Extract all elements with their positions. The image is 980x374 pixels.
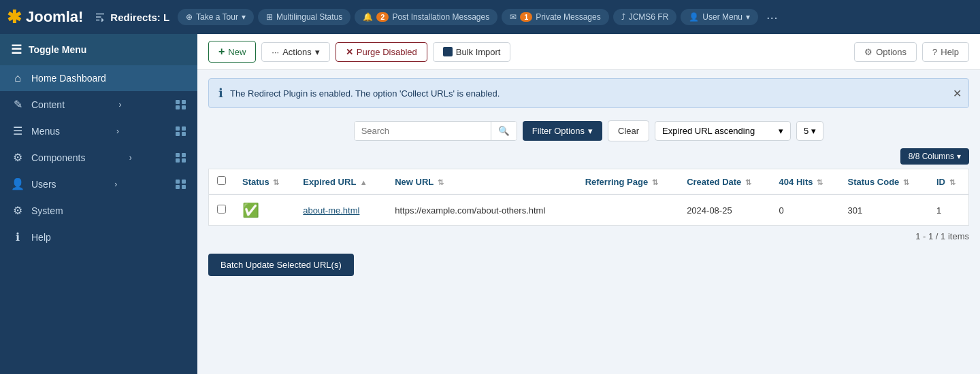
purge-disabled-button[interactable]: ✕ Purge Disabled: [336, 42, 427, 62]
sidebar-item-label: Home Dashboard: [31, 73, 106, 84]
status-cell: ✅: [234, 194, 295, 226]
x-icon: ✕: [346, 47, 353, 57]
help-label: Help: [941, 47, 959, 57]
referring-page-cell: [577, 194, 679, 226]
pagination-text: 1 - 1 / 1 items: [915, 231, 969, 241]
sidebar-item-label: Help: [31, 232, 51, 243]
external-link-icon: ⤴: [621, 12, 625, 22]
actions-button[interactable]: ··· Actions ▾: [261, 42, 329, 62]
columns-row: 8/8 Columns ▾: [197, 148, 980, 169]
status-column-header[interactable]: Status ⇅: [234, 169, 295, 195]
count-select[interactable]: 5 ▾: [796, 121, 823, 141]
search-wrap: 🔍: [354, 121, 517, 141]
toggle-menu-button[interactable]: ☰ Toggle Menu: [0, 34, 197, 65]
post-installation-button[interactable]: 🔔 2 Post Installation Messages: [355, 9, 497, 25]
row-checkbox[interactable]: [217, 205, 226, 214]
search-input[interactable]: [355, 122, 491, 140]
toggle-menu-label: Toggle Menu: [29, 44, 86, 55]
bulk-import-button[interactable]: Bulk Import: [433, 42, 511, 62]
tour-icon: ⊕: [186, 12, 193, 22]
user-menu-button[interactable]: 👤 User Menu ▾: [681, 9, 758, 25]
grid-icon: [176, 100, 186, 109]
select-all-header: [209, 169, 235, 195]
id-column-header[interactable]: ID ⇅: [928, 169, 969, 195]
sidebar-item-menus[interactable]: ☰ Menus ›: [0, 118, 197, 144]
page-title: Redirects: L: [110, 12, 169, 23]
logo: ✱ Joomla!: [7, 7, 83, 28]
sidebar-item-help[interactable]: ℹ Help: [0, 224, 197, 250]
users-icon: 👤: [11, 177, 24, 190]
new-url-column-header[interactable]: New URL ⇅: [387, 169, 576, 195]
columns-label: 8/8 Columns: [909, 152, 954, 161]
chevron-down-icon: ▾: [746, 12, 750, 22]
post-installation-count: 2: [376, 12, 389, 22]
columns-dropdown-icon: ▾: [957, 152, 961, 161]
logo-text: Joomla!: [26, 8, 83, 26]
options-button[interactable]: ⚙ Options: [854, 42, 917, 62]
sort-icon: ⇅: [273, 178, 279, 186]
new-button[interactable]: + New: [208, 41, 256, 63]
status-code-label: Status Code: [848, 177, 900, 187]
filter-options-button[interactable]: Filter Options ▾: [523, 121, 602, 141]
purge-disabled-label: Purge Disabled: [357, 47, 417, 57]
multilingual-status-button[interactable]: ⊞ Multilingual Status: [258, 9, 350, 25]
bell-icon: 🔔: [363, 12, 373, 22]
sort-asc-icon: ▲: [360, 178, 368, 186]
row-checkbox-cell: [209, 194, 235, 226]
grid-icon: [176, 153, 186, 163]
count-dropdown-icon: ▾: [811, 126, 816, 136]
bulk-import-label: Bulk Import: [456, 47, 501, 57]
grid-icon: [176, 180, 186, 189]
envelope-icon: ✉: [510, 12, 517, 22]
actions-label: Actions: [282, 47, 312, 57]
referring-page-column-header[interactable]: Referring Page ⇅: [577, 169, 679, 195]
columns-button[interactable]: 8/8 Columns ▾: [900, 148, 969, 165]
sidebar-item-system[interactable]: ⚙ System: [0, 197, 197, 224]
count-value: 5: [804, 126, 808, 136]
home-icon: ⌂: [11, 72, 24, 84]
sidebar-item-label: System: [31, 205, 63, 216]
status-code-column-header[interactable]: Status Code ⇅: [840, 169, 929, 195]
sort-select[interactable]: Expired URL ascending ▾: [655, 121, 791, 141]
take-tour-button[interactable]: ⊕ Take a Tour ▾: [178, 9, 254, 25]
redirects-icon: [94, 11, 106, 23]
square-icon: [443, 47, 453, 56]
jcms-label: JCMS6 FR: [629, 12, 669, 22]
jcms-button[interactable]: ⤴ JCMS6 FR: [613, 9, 677, 25]
sidebar-item-label: Content: [31, 99, 65, 110]
sidebar-item-users[interactable]: 👤 Users ›: [0, 171, 197, 197]
sidebar-item-components[interactable]: ⚙ Components ›: [0, 144, 197, 171]
sidebar-item-label: Users: [31, 179, 56, 190]
table-header-row: Status ⇅ Expired URL ▲ New URL ⇅ Refer: [209, 169, 969, 195]
select-all-checkbox[interactable]: [217, 176, 226, 185]
status-label: Status: [242, 177, 270, 187]
options-label: Options: [876, 47, 906, 57]
sidebar-item-label: Components: [31, 152, 85, 163]
new-url-label: New URL: [395, 177, 434, 187]
help-icon: ℹ: [11, 231, 24, 243]
sort-icon: ⇅: [949, 178, 956, 186]
search-button[interactable]: 🔍: [491, 122, 517, 140]
main-content: + New ··· Actions ▾ ✕ Purge Disabled Bul…: [197, 34, 980, 374]
chevron-right-icon: ›: [114, 180, 117, 189]
help-button[interactable]: ? Help: [922, 42, 969, 62]
batch-update-button[interactable]: Batch Update Selected URL(s): [208, 254, 354, 276]
info-close-button[interactable]: ✕: [953, 87, 962, 100]
expired-url-column-header[interactable]: Expired URL ▲: [295, 169, 387, 195]
created-date-column-header[interactable]: Created Date ⇅: [679, 169, 770, 195]
more-options-button[interactable]: ···: [762, 10, 782, 25]
content-icon: ✎: [11, 98, 24, 111]
private-messages-button[interactable]: ✉ 1 Private Messages: [502, 9, 609, 25]
sidebar-item-home-dashboard[interactable]: ⌂ Home Dashboard: [0, 65, 197, 91]
clear-filter-button[interactable]: Clear: [608, 120, 649, 141]
info-message: The Redirect Plugin is enabled. The opti…: [230, 88, 500, 99]
chevron-right-icon: ›: [116, 126, 119, 136]
sort-icon: ⇅: [817, 178, 823, 186]
hits-404-column-header[interactable]: 404 Hits ⇅: [771, 169, 840, 195]
sidebar: ☰ Toggle Menu ⌂ Home Dashboard ✎ Content…: [0, 34, 197, 374]
created-date-cell: 2024-08-25: [679, 194, 770, 226]
post-installation-label: Post Installation Messages: [392, 12, 489, 22]
referring-page-label: Referring Page: [585, 177, 648, 187]
expired-url-link[interactable]: about-me.html: [303, 205, 359, 216]
sidebar-item-content[interactable]: ✎ Content ›: [0, 91, 197, 118]
